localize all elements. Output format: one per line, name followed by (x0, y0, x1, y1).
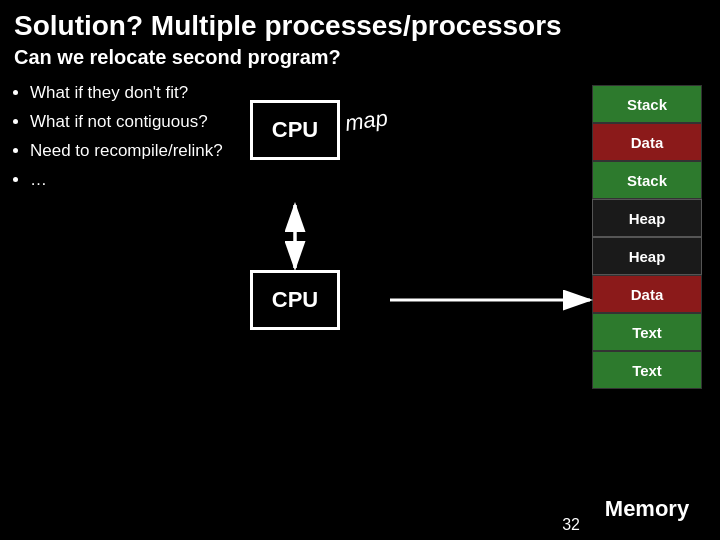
memory-block-0: Stack (592, 85, 702, 123)
page-number: 32 (562, 516, 580, 534)
memory-block-5: Data (592, 275, 702, 313)
memory-block-1: Data (592, 123, 702, 161)
memory-block-4: Heap (592, 237, 702, 275)
memory-block-6: Text (592, 313, 702, 351)
memory-label: Memory (592, 496, 702, 522)
slide-title: Solution? Multiple processes/processors (0, 0, 720, 46)
cpu-box-1: CPU (250, 100, 340, 160)
memory-block-2: Stack (592, 161, 702, 199)
cpu-box-2: CPU (250, 270, 340, 330)
memory-column: StackDataStackHeapHeapDataTextText (592, 85, 702, 389)
cpu1-label: CPU (272, 117, 318, 143)
slide-subtitle: Can we relocate second program? (0, 46, 720, 75)
memory-block-7: Text (592, 351, 702, 389)
cpu2-label: CPU (272, 287, 318, 313)
memory-block-3: Heap (592, 199, 702, 237)
